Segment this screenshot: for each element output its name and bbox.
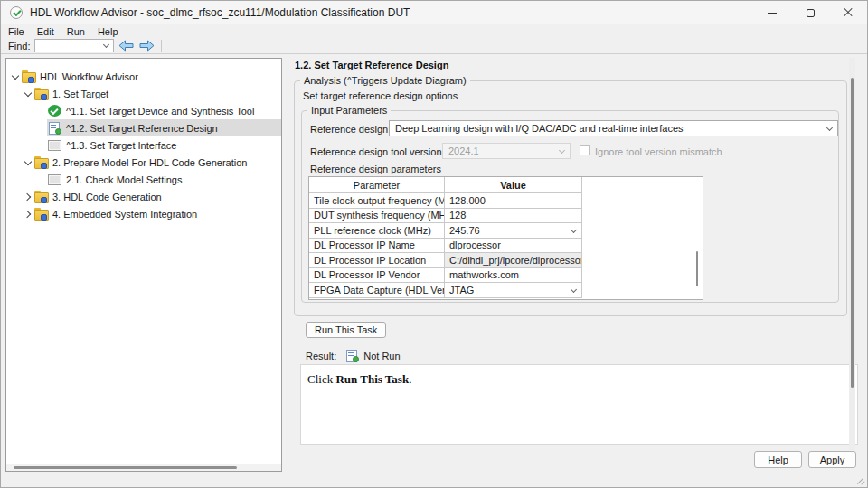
reference-design-value: Deep Learning design with I/Q DAC/ADC an… [395, 123, 684, 134]
find-input[interactable] [37, 40, 100, 52]
current-task-icon [48, 122, 61, 134]
reference-design-dropdown[interactable]: Deep Learning design with I/Q DAC/ADC an… [389, 120, 838, 136]
help-button[interactable]: Help [754, 451, 802, 468]
tree-item-label: 1. Set Target [52, 89, 108, 99]
close-button[interactable] [829, 1, 867, 24]
tree-item-label: ^1.3. Set Target Interface [66, 140, 176, 151]
tree-item-check-model-settings[interactable]: 2.1. Check Model Settings [6, 171, 281, 188]
window-resize-grip[interactable] [856, 476, 864, 484]
chevron-down-icon[interactable] [23, 89, 33, 99]
find-next-button[interactable] [137, 39, 156, 53]
menu-file[interactable]: File [8, 26, 31, 37]
value-cell-readonly: C:/dlhdl_prj/ipcore/dlprocessor_v1_0 [445, 253, 582, 268]
result-message-area: Click Run This Task. [300, 364, 858, 445]
value-cell[interactable]: mathworks.com [445, 268, 582, 284]
tool-version-label: Reference design tool version: [310, 146, 445, 157]
result-row: Result: Not Run [306, 350, 401, 361]
tree-horizontal-scrollbar[interactable] [6, 464, 281, 471]
tree-item-label: 2.1. Check Model Settings [66, 174, 182, 185]
check-passed-icon [48, 105, 61, 117]
value-cell[interactable]: dlprocessor [445, 239, 582, 254]
param-cell: DL Processor IP Vendor [309, 268, 445, 284]
app-check-icon [10, 6, 23, 19]
table-row: DL Processor IP Name dlprocessor [309, 239, 582, 254]
menu-run[interactable]: Run [61, 26, 91, 37]
chevron-right-icon[interactable] [23, 209, 33, 220]
parameters-table: Parameter Value Tile clock output freque… [308, 176, 703, 300]
folder-icon [22, 70, 35, 82]
hdl-workflow-advisor-window: HDL Workflow Advisor - soc_dlmc_rfsoc_zc… [0, 0, 868, 488]
value-dropdown[interactable]: 245.76 [445, 223, 582, 239]
tool-version-dropdown: 2024.1 [442, 143, 571, 159]
panel-scrollbar-thumb[interactable] [851, 78, 854, 388]
arrow-left-icon [118, 40, 134, 52]
find-previous-button[interactable] [117, 39, 135, 53]
tree-item-label: 2. Prepare Model For HDL Code Generation [52, 157, 247, 168]
value-cell-text: JTAG [449, 285, 474, 296]
chevron-down-icon [571, 286, 577, 293]
table-row: DL Processor IP Location C:/dlhdl_prj/ip… [309, 253, 582, 268]
tree-item-label: 3. HDL Code Generation [52, 192, 162, 202]
find-input-combo[interactable] [34, 39, 114, 52]
ignore-mismatch-label: Ignore tool version mismatch [595, 146, 722, 157]
not-run-icon [48, 140, 61, 151]
param-cell: PLL reference clock (MHz) [309, 223, 445, 239]
menu-help[interactable]: Help [91, 26, 125, 37]
reference-design-label: Reference design: [310, 124, 391, 135]
toolbar-separator [161, 40, 162, 52]
title-bar: HDL Workflow Advisor - soc_dlmc_rfsoc_zc… [1, 1, 867, 24]
table-header-row: Parameter Value [309, 177, 582, 193]
analysis-groupbox: Analysis (^Triggers Update Diagram) Set … [294, 80, 847, 316]
chevron-down-icon[interactable] [23, 157, 33, 168]
twisty-spacer [36, 106, 47, 117]
maximize-icon [807, 9, 815, 17]
window-title: HDL Workflow Advisor - soc_dlmc_rfsoc_zc… [30, 6, 410, 19]
value-cell[interactable]: 128 [445, 209, 582, 224]
not-run-icon [48, 174, 61, 185]
twisty-spacer [36, 174, 47, 185]
tool-version-value: 2024.1 [448, 145, 479, 156]
param-cell: DL Processor IP Name [309, 239, 445, 254]
table-vertical-scrollbar[interactable] [696, 251, 698, 286]
minimize-button[interactable] [753, 1, 791, 24]
folder-icon [34, 208, 48, 220]
find-toolbar: Find: [1, 38, 867, 54]
value-cell[interactable]: 128.000 [445, 193, 582, 209]
tree-item-embedded-system-integration[interactable]: 4. Embedded System Integration [6, 205, 281, 222]
chevron-right-icon[interactable] [23, 192, 33, 202]
table-row: PLL reference clock (MHz) 245.76 [309, 223, 582, 239]
chevron-down-icon[interactable] [10, 71, 21, 82]
chevron-down-icon [826, 125, 833, 131]
tree-item-set-target-reference-design[interactable]: ^1.2. Set Target Reference Design [6, 119, 281, 136]
table-row: Tile clock output frequency (MHz) 128.00… [309, 193, 582, 209]
tree-item-hdl-code-generation[interactable]: 3. HDL Code Generation [6, 188, 281, 205]
minimize-icon [768, 13, 777, 14]
tree-item-prepare-model[interactable]: 2. Prepare Model For HDL Code Generation [6, 154, 281, 171]
ignore-mismatch-checkbox[interactable] [580, 145, 590, 155]
menu-edit[interactable]: Edit [31, 26, 61, 37]
param-cell: Tile clock output frequency (MHz) [309, 193, 445, 209]
value-dropdown[interactable]: JTAG [445, 283, 582, 298]
scrollbar-thumb[interactable] [14, 466, 237, 469]
tree-item-set-target-device[interactable]: ^1.1. Set Target Device and Synthesis To… [6, 102, 281, 119]
folder-icon [34, 156, 48, 168]
tree-item-label: ^1.2. Set Target Reference Design [66, 123, 218, 134]
result-status-icon [345, 350, 359, 361]
options-text: Set target reference design options [303, 90, 458, 101]
tree-item-set-target[interactable]: 1. Set Target [6, 85, 281, 102]
apply-button[interactable]: Apply [808, 451, 856, 468]
tree-item-label: 4. Embedded System Integration [52, 209, 197, 220]
analysis-group-label: Analysis (^Triggers Update Diagram) [300, 75, 470, 86]
find-label: Find: [8, 41, 30, 52]
folder-icon [34, 191, 48, 202]
twisty-spacer [36, 140, 47, 151]
input-parameters-groupbox: Input Parameters Reference design: Deep … [301, 110, 839, 303]
tree-item-set-target-interface[interactable]: ^1.3. Set Target Interface [6, 136, 281, 154]
maximize-button[interactable] [791, 1, 829, 24]
chevron-down-icon[interactable] [103, 42, 109, 48]
footer-separator [288, 446, 867, 446]
tree-item-label: HDL Workflow Advisor [40, 71, 138, 82]
tree-item-hdl-workflow-advisor[interactable]: HDL Workflow Advisor [6, 68, 281, 85]
run-this-task-button[interactable]: Run This Task [306, 322, 386, 338]
folder-icon [34, 88, 48, 99]
